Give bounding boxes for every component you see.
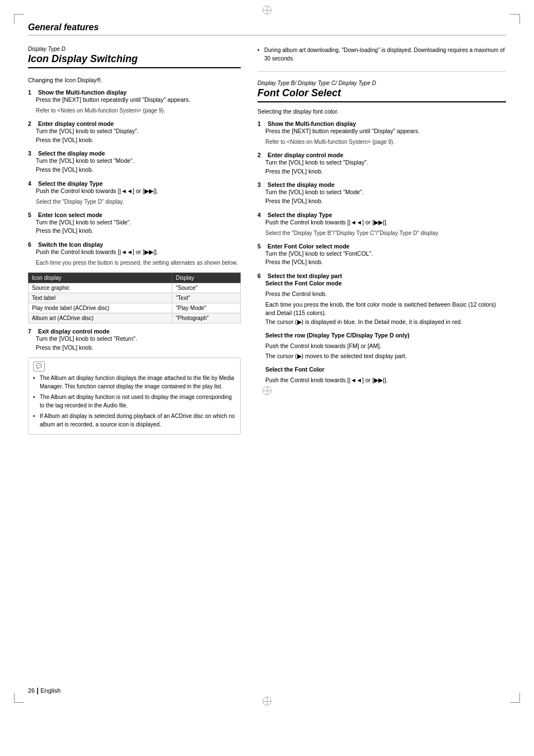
table-cell: Play mode label (ACDrive disc) <box>29 303 172 313</box>
table-header-icon: Icon display <box>29 273 172 283</box>
left-section-title: Icon Display Switching <box>28 53 241 65</box>
corner-mark-tl <box>14 14 24 24</box>
right-step-5: 5 Enter Font Color select mode Turn the … <box>257 243 506 267</box>
left-step-2-title: 2 Enter display control mode <box>28 120 241 127</box>
note-list: The Album art display function displays … <box>33 374 236 429</box>
left-step-1-title: 1 Show the Multi-function display <box>28 89 241 96</box>
corner-mark-tr <box>510 14 520 24</box>
left-step-2-body: Turn the [VOL] knob to select "Display".… <box>28 127 241 145</box>
left-step-7-title: 7 Exit display control mode <box>28 328 241 335</box>
general-features-title: General features <box>28 22 506 32</box>
table-cell: Source graphic <box>29 283 172 293</box>
right-step-3-title: 3 Select the display mode <box>257 181 506 188</box>
table-row: Text label "Text" <box>29 293 241 303</box>
left-step-3-title: 3 Select the display mode <box>28 150 241 157</box>
left-step-5-body: Turn the [VOL] knob to select "Side".Pre… <box>28 218 241 236</box>
left-step-6-body: Push the Control knob towards [|◄◄] or [… <box>28 248 241 267</box>
right-step-3-body: Turn the [VOL] knob to select "Mode".Pre… <box>257 188 506 206</box>
left-section-header: Display Type D Icon Display Switching <box>28 46 241 68</box>
right-section-italic-label: Display Type B/ Display Type C/ Display … <box>257 80 506 86</box>
note-icon: 💬 <box>33 361 45 372</box>
left-step-7-num: 7 <box>28 328 36 335</box>
left-step-6: 6 Switch the Icon display Push the Contr… <box>28 241 241 267</box>
right-step-1: 1 Show the Multi-function display Press … <box>257 120 506 146</box>
left-step-4-title: 4 Select the display Type <box>28 180 241 187</box>
table-row: Play mode label (ACDrive disc) "Play Mod… <box>29 303 241 313</box>
right-step-5-title: 5 Enter Font Color select mode <box>257 243 506 250</box>
right-step-6-title: 6 Select the text display part <box>257 273 506 279</box>
right-step-3-num: 3 <box>257 181 265 188</box>
page-number: 26 <box>28 687 35 694</box>
reg-mark-mid <box>263 386 271 395</box>
right-step-6-sub-3: Select the Font Color Push the Control k… <box>265 365 506 385</box>
right-step-4-title: 4 Select the display Type <box>257 212 506 218</box>
left-step-5: 5 Enter Icon select mode Turn the [VOL] … <box>28 212 241 236</box>
left-step-2: 2 Enter display control mode Turn the [V… <box>28 120 241 145</box>
right-step-6-num: 6 <box>257 273 265 279</box>
table-cell: Text label <box>29 293 172 303</box>
icon-display-table: Icon display Display Source graphic "Sou… <box>28 273 241 323</box>
left-step-2-num: 2 <box>28 120 36 127</box>
table-cell: "Text" <box>172 293 241 303</box>
table-cell: "Source" <box>172 283 241 293</box>
right-step-6: 6 Select the text display part Select th… <box>257 273 506 385</box>
left-section-italic-label: Display Type D <box>28 46 241 52</box>
table-cell: "Play Mode" <box>172 303 241 313</box>
right-step-6-body: Select the Font Color mode Press the Con… <box>257 279 506 385</box>
right-step-2: 2 Enter display control mode Turn the [V… <box>257 152 506 176</box>
right-step-5-num: 5 <box>257 243 265 250</box>
left-step-4-body: Push the Control knob towards [|◄◄] or [… <box>28 187 241 206</box>
right-column: During album art downloading, "Down-load… <box>257 46 506 440</box>
left-note-box: 💬 The Album art display function display… <box>28 358 241 435</box>
right-step-6-sub-2: Select the row (Display Type C/Display T… <box>265 331 506 361</box>
table-row: Source graphic "Source" <box>29 283 241 293</box>
left-step-7-body: Turn the [VOL] knob to select "Return".P… <box>28 335 241 353</box>
right-section-title: Font Color Select <box>257 87 506 99</box>
corner-mark-bl <box>14 693 24 703</box>
left-step-4: 4 Select the display Type Push the Contr… <box>28 180 241 206</box>
page-language: English <box>40 687 60 694</box>
table-cell: "Photograph" <box>172 313 241 323</box>
left-subtitle: Changing the Icon Display®. <box>28 77 241 83</box>
left-step-5-num: 5 <box>28 212 36 218</box>
corner-mark-br <box>510 693 520 703</box>
right-section-header: Display Type B/ Display Type C/ Display … <box>257 80 506 102</box>
left-step-3: 3 Select the display mode Turn the [VOL]… <box>28 150 241 175</box>
page: General features Display Type D Icon Dis… <box>0 0 534 756</box>
right-step-1-num: 1 <box>257 120 265 127</box>
reg-mark-top <box>263 6 271 15</box>
left-step-7: 7 Exit display control mode Turn the [VO… <box>28 328 241 353</box>
general-features-banner: General features <box>28 22 506 36</box>
right-step-2-num: 2 <box>257 152 265 158</box>
left-step-6-title: 6 Switch the Icon display <box>28 241 241 248</box>
table-header-display: Display <box>172 273 241 283</box>
page-footer: 26 | English <box>28 687 60 694</box>
right-step-2-title: 2 Enter display control mode <box>257 152 506 158</box>
right-step-6-sub-1-title: Select the Font Color mode <box>265 279 506 288</box>
right-step-1-title: 1 Show the Multi-function display <box>257 120 506 127</box>
right-top-note: During album art downloading, "Down-load… <box>257 46 506 63</box>
content-area: Display Type D Icon Display Switching Ch… <box>28 46 506 440</box>
left-step-1: 1 Show the Multi-function display Press … <box>28 89 241 115</box>
note-item: The Album art display function is not us… <box>33 393 236 410</box>
right-step-4-num: 4 <box>257 212 265 218</box>
left-step-5-title: 5 Enter Icon select mode <box>28 212 241 218</box>
note-item: If Album art display is selected during … <box>33 412 236 429</box>
note-item: The Album art display function displays … <box>33 374 236 391</box>
left-step-1-num: 1 <box>28 89 36 96</box>
table-row: Album art (ACDrive disc) "Photograph" <box>29 313 241 323</box>
right-step-2-body: Turn the [VOL] knob to select "Display".… <box>257 158 506 176</box>
right-step-6-sub-1: Select the Font Color mode Press the Con… <box>265 279 506 327</box>
section-divider <box>257 71 506 72</box>
right-step-6-sub-2-title: Select the row (Display Type C/Display T… <box>265 331 506 340</box>
right-step-1-body: Press the [NEXT] button repeatedly until… <box>257 127 506 146</box>
table-cell: Album art (ACDrive disc) <box>29 313 172 323</box>
reg-mark-bottom <box>263 697 271 706</box>
left-step-3-body: Turn the [VOL] knob to select "Mode".Pre… <box>28 157 241 175</box>
right-step-4-body: Push the Control knob towards [|◄◄] or [… <box>257 218 506 237</box>
left-step-4-num: 4 <box>28 180 36 187</box>
left-step-6-num: 6 <box>28 241 36 248</box>
right-step-6-sub-3-title: Select the Font Color <box>265 365 506 374</box>
left-column: Display Type D Icon Display Switching Ch… <box>28 46 241 440</box>
left-step-3-num: 3 <box>28 150 36 157</box>
